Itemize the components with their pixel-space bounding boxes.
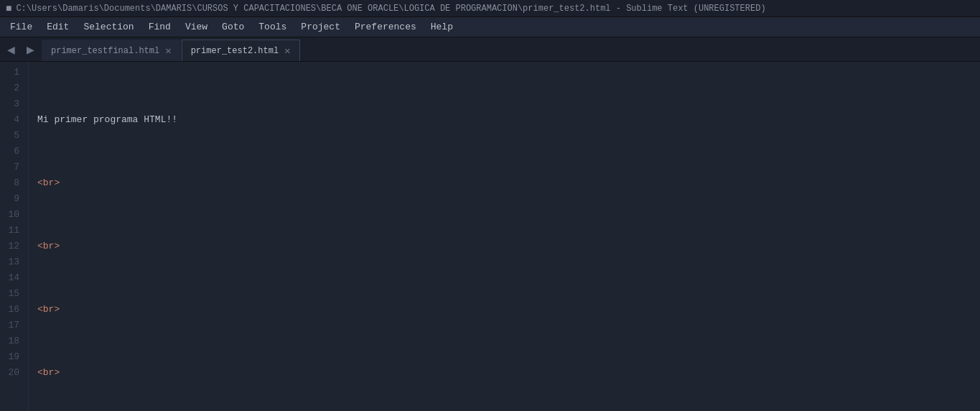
line-num-11: 11 <box>6 223 19 239</box>
menu-edit[interactable]: Edit <box>39 19 76 35</box>
menu-preferences[interactable]: Preferences <box>347 19 424 35</box>
line-num-9: 9 <box>6 191 19 207</box>
line-num-12: 12 <box>6 239 19 254</box>
line-num-19: 19 <box>6 349 19 365</box>
tab-nav-next[interactable]: ▶ <box>22 41 39 58</box>
tab-label-active: primer_test2.html <box>191 46 279 56</box>
line-num-15: 15 <box>6 286 19 302</box>
tab-label: primer_testfinal.html <box>51 46 159 56</box>
tab-primer-test2[interactable]: primer_test2.html ✕ <box>182 40 300 61</box>
tab-primer-testfinal[interactable]: primer_testfinal.html ✕ <box>42 40 181 61</box>
line-num-16: 16 <box>6 302 19 318</box>
line-num-10: 10 <box>6 207 19 223</box>
title-bar: ■ C:\Users\Damaris\Documents\DAMARIS\CUR… <box>0 0 980 17</box>
line-num-4: 4 <box>6 112 19 128</box>
tab-nav-prev[interactable]: ◀ <box>3 41 19 58</box>
line-num-17: 17 <box>6 318 19 333</box>
menu-goto[interactable]: Goto <box>215 19 251 35</box>
menu-view[interactable]: View <box>178 19 215 35</box>
code-area[interactable]: Mi primer programa HTML!! <br> <br> <br>… <box>29 62 980 411</box>
line-num-18: 18 <box>6 333 19 349</box>
line-num-7: 7 <box>6 160 19 175</box>
menu-project[interactable]: Project <box>294 19 347 35</box>
code-line-2: <br> <box>37 175 980 191</box>
line-numbers: 1 2 3 4 5 6 7 8 9 10 11 12 13 14 15 16 1… <box>0 62 29 411</box>
code-line-5: <br> <box>37 365 980 381</box>
line-num-3: 3 <box>6 96 19 112</box>
line-num-6: 6 <box>6 144 19 160</box>
menu-file[interactable]: File <box>3 19 39 35</box>
menu-tools[interactable]: Tools <box>251 19 294 35</box>
line-num-1: 1 <box>6 65 19 80</box>
line-num-13: 13 <box>6 254 19 270</box>
line-num-5: 5 <box>6 128 19 144</box>
menu-selection[interactable]: Selection <box>76 19 141 35</box>
line-num-14: 14 <box>6 270 19 286</box>
line-num-8: 8 <box>6 175 19 191</box>
editor: 1 2 3 4 5 6 7 8 9 10 11 12 13 14 15 16 1… <box>0 62 980 411</box>
title-text: C:\Users\Damaris\Documents\DAMARIS\CURSO… <box>16 4 765 14</box>
tab-close-primer-test2[interactable]: ✕ <box>284 46 290 56</box>
menu-find[interactable]: Find <box>141 19 178 35</box>
line-num-2: 2 <box>6 80 19 96</box>
code-line-1: Mi primer programa HTML!! <box>37 112 980 128</box>
menu-bar: File Edit Selection Find View Goto Tools… <box>0 17 980 37</box>
line-num-20: 20 <box>6 365 19 381</box>
app-icon: ■ <box>6 3 11 14</box>
tab-bar: ◀ ▶ primer_testfinal.html ✕ primer_test2… <box>0 37 980 62</box>
menu-help[interactable]: Help <box>424 19 460 35</box>
code-line-4: <br> <box>37 302 980 318</box>
tab-close-primer-testfinal[interactable]: ✕ <box>165 46 171 56</box>
code-line-3: <br> <box>37 239 980 254</box>
